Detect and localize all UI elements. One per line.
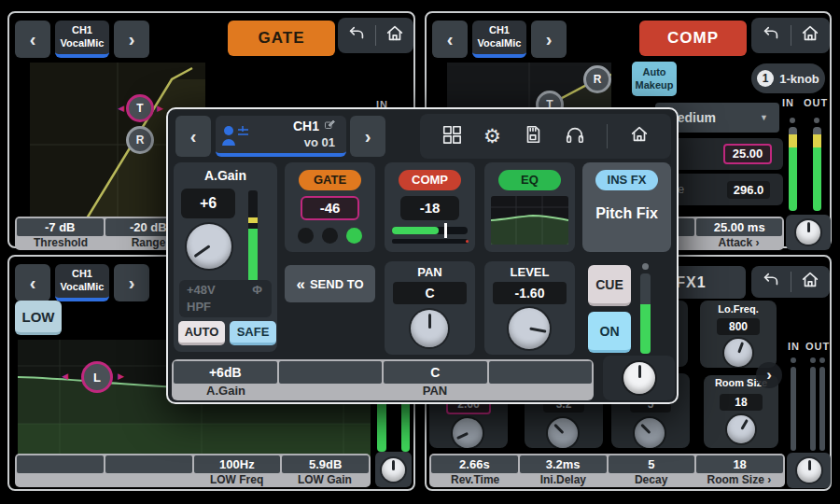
insfx-pill: INS FX [595, 170, 658, 190]
channel-select-button[interactable]: CH1 VocalMic [55, 21, 109, 58]
footer-cell-attack[interactable]: 25.00 ms [696, 218, 782, 236]
phantom-48v-button[interactable]: +48V [187, 283, 216, 297]
gear-icon[interactable]: ⚙ [483, 126, 501, 147]
level-knob[interactable] [509, 308, 550, 349]
comp-title-button[interactable]: COMP [639, 21, 747, 56]
undo-icon[interactable] [761, 270, 781, 294]
footer-cell-again[interactable]: +6dB [174, 361, 277, 384]
footer-cell-roomsize[interactable]: 18 [696, 455, 783, 473]
next-channel-button[interactable]: › [114, 21, 149, 58]
again-value[interactable]: +6 [181, 189, 235, 218]
page-next-button[interactable]: › [756, 362, 782, 388]
footer-cell[interactable] [489, 361, 593, 384]
footer-cell[interactable] [105, 455, 192, 473]
cue-button[interactable]: CUE [588, 265, 631, 306]
auto-makeup-line1: Auto [632, 66, 677, 78]
home-icon[interactable] [629, 124, 650, 148]
touch-knob-box[interactable] [603, 356, 675, 400]
again-meter [248, 190, 258, 282]
roomsize-knob[interactable] [727, 415, 755, 443]
footer-cell[interactable] [17, 455, 104, 473]
decay-knob[interactable] [635, 418, 665, 448]
footer-cell-inidelay[interactable]: 3.2ms [520, 455, 607, 473]
next-channel-button[interactable]: › [531, 21, 567, 58]
footer-label: Threshold [17, 236, 105, 249]
channel-select-button[interactable]: CH1 VocalMic [472, 21, 526, 58]
pan-knob[interactable] [411, 310, 448, 347]
footer-label: LOW Freq [193, 473, 281, 486]
hpf-button[interactable]: HPF [187, 300, 211, 314]
eq-mini-block[interactable]: EQ [484, 162, 575, 252]
overlay-footer-bar: +6dB C A.Gain PAN [172, 359, 594, 400]
save-storage-icon[interactable] [523, 124, 543, 148]
prev-channel-button[interactable]: ‹ [15, 264, 50, 301]
undo-icon[interactable] [761, 23, 781, 48]
footer-cell[interactable] [279, 361, 383, 384]
eq-low-band-handle[interactable]: L [81, 361, 113, 393]
level-value[interactable]: -1.60 [493, 282, 567, 304]
footer-label-pan: PAN [383, 384, 487, 399]
send-to-chevrons-icon: « [296, 278, 304, 290]
auto-makeup-button[interactable]: Auto Makeup [632, 62, 677, 96]
gate-threshold-value[interactable]: -46 [301, 196, 359, 220]
footer-label: LOW Gain [281, 473, 369, 486]
prev-channel-button[interactable]: ‹ [15, 21, 50, 58]
gate-range-handle[interactable]: R [126, 126, 154, 154]
insert-fx-block[interactable]: INS FX Pitch Fix [582, 162, 671, 252]
out-clip-dot [814, 118, 819, 123]
inidelay-knob[interactable] [548, 418, 578, 448]
prev-channel-button[interactable]: ‹ [175, 116, 211, 157]
lofreq-knob[interactable] [724, 339, 752, 367]
comp-param-value-2[interactable]: 296.0 [727, 181, 770, 199]
gate-mini-block[interactable]: GATE -46 [285, 162, 375, 252]
auto-gain-button[interactable]: AUTO [178, 321, 225, 345]
touch-knob-box[interactable] [375, 452, 412, 487]
footer-cell-revtime[interactable]: 2.66s [431, 455, 518, 473]
lofreq-value[interactable]: 800 [717, 318, 760, 335]
footer-cell-threshold[interactable]: -7 dB [17, 218, 104, 236]
home-icon[interactable] [800, 270, 820, 294]
undo-icon[interactable] [346, 23, 367, 48]
channel-label: VocalMic [472, 37, 526, 50]
footer-cell-low-freq[interactable]: 100Hz [194, 455, 281, 473]
home-icon[interactable] [385, 23, 405, 48]
roomsize-value[interactable]: 18 [720, 394, 763, 411]
on-button[interactable]: ON [588, 312, 631, 353]
eq-band-low-button[interactable]: LOW [15, 301, 62, 335]
pan-value[interactable]: C [393, 282, 467, 304]
gate-threshold-handle[interactable]: T [126, 94, 154, 122]
touch-knob-box[interactable] [787, 453, 831, 488]
again-knob[interactable] [187, 224, 231, 269]
system-button-group [751, 266, 830, 298]
channel-select-button[interactable]: CH1 VocalMic [55, 264, 109, 301]
edit-icon[interactable] [324, 119, 335, 134]
phase-button[interactable]: Φ [252, 283, 262, 297]
next-channel-button[interactable]: › [114, 264, 149, 301]
vocal-channel-icon [221, 123, 249, 151]
gate-title-button[interactable]: GATE [228, 21, 335, 56]
headphones-icon[interactable] [565, 124, 585, 148]
prev-channel-button[interactable]: ‹ [432, 21, 468, 58]
out-meter [810, 367, 816, 451]
safe-button[interactable]: SAFE [230, 321, 276, 345]
channel-name-button[interactable]: CH1 vo 01 [216, 116, 346, 157]
footer-cell-decay[interactable]: 5 [609, 455, 695, 473]
touch-knob-box[interactable] [786, 215, 831, 250]
home-icon[interactable] [800, 23, 820, 48]
one-knob-button[interactable]: 1 1-knob [751, 63, 825, 93]
comp-mini-block[interactable]: COMP -18 [385, 162, 475, 252]
comp-param-value-1[interactable]: 25.00 [723, 144, 772, 164]
chevron-right-icon: › [767, 473, 771, 486]
send-to-button[interactable]: « SEND TO [285, 265, 375, 302]
next-channel-button[interactable]: › [350, 116, 385, 157]
out-clip-dot [819, 357, 825, 363]
grid-menu-icon[interactable] [441, 124, 462, 148]
comp-ratio-handle[interactable]: R [583, 65, 611, 93]
footer-cell-pan[interactable]: C [384, 361, 487, 384]
revtime-knob[interactable] [453, 418, 483, 448]
comp-threshold-value[interactable]: -18 [400, 196, 459, 220]
in-clip-dot [790, 118, 795, 123]
pan-title: PAN [385, 265, 475, 279]
divider [375, 25, 376, 46]
footer-cell-low-gain[interactable]: 5.9dB [282, 455, 369, 473]
